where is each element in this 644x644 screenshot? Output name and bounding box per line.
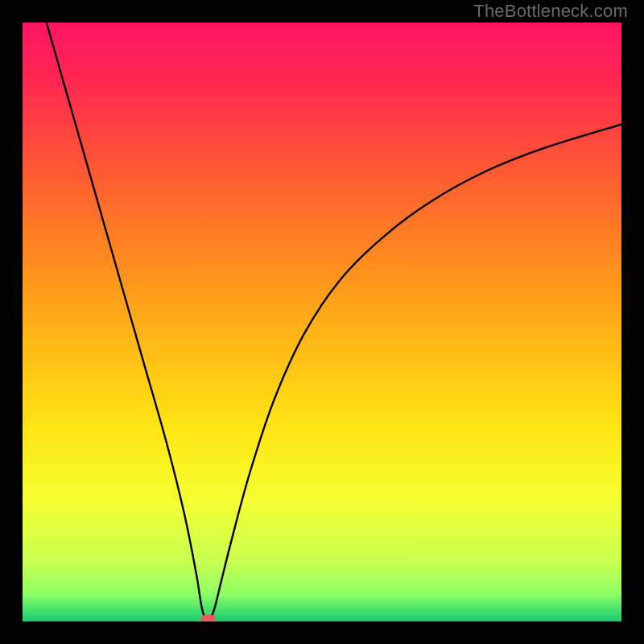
gradient-background <box>23 23 621 621</box>
chart-frame: TheBottleneck.com <box>0 0 644 644</box>
chart-svg <box>23 23 621 621</box>
svg-rect-2 <box>205 615 212 621</box>
watermark-text: TheBottleneck.com <box>473 1 628 22</box>
plot-area <box>23 23 621 621</box>
trough-marker <box>201 615 216 621</box>
